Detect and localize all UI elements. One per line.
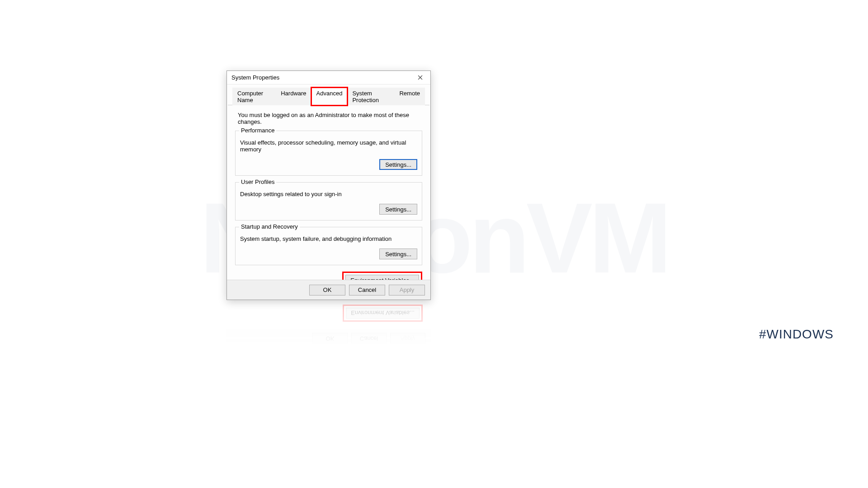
group-startup-recovery: Startup and Recovery System startup, sys… <box>235 227 422 265</box>
dialog-footer: OK Cancel Apply <box>227 280 430 300</box>
admin-notice: You must be logged on as an Administrato… <box>238 112 422 125</box>
close-button[interactable] <box>410 71 430 84</box>
tab-advanced[interactable]: Advanced <box>311 88 348 105</box>
reflection-decoration: OK Cancel Apply Environment Variables... <box>226 300 431 349</box>
tab-system-protection[interactable]: System Protection <box>347 88 394 105</box>
window-title: System Properties <box>231 74 279 81</box>
group-performance-desc: Visual effects, processor scheduling, me… <box>240 139 417 153</box>
apply-button[interactable]: Apply <box>389 285 425 296</box>
tab-strip: Computer Name Hardware Advanced System P… <box>228 84 429 105</box>
user-profiles-settings-button[interactable]: Settings... <box>379 204 417 215</box>
tab-content-advanced: You must be logged on as an Administrato… <box>227 105 430 293</box>
cancel-button[interactable]: Cancel <box>349 285 385 296</box>
group-user-profiles-legend: User Profiles <box>239 178 276 185</box>
group-performance: Performance Visual effects, processor sc… <box>235 131 422 176</box>
startup-recovery-settings-button[interactable]: Settings... <box>379 249 417 259</box>
group-performance-legend: Performance <box>239 127 276 134</box>
tab-remote[interactable]: Remote <box>394 88 425 105</box>
system-properties-dialog: System Properties Computer Name Hardware… <box>226 70 431 300</box>
group-user-profiles-desc: Desktop settings related to your sign-in <box>240 191 417 197</box>
ok-button[interactable]: OK <box>309 285 345 296</box>
group-startup-recovery-legend: Startup and Recovery <box>239 223 300 230</box>
group-user-profiles: User Profiles Desktop settings related t… <box>235 182 422 221</box>
close-icon <box>418 75 423 80</box>
performance-settings-button[interactable]: Settings... <box>379 159 417 170</box>
tab-hardware[interactable]: Hardware <box>276 88 311 105</box>
hashtag-label: #WINDOWS <box>759 327 834 342</box>
group-startup-recovery-desc: System startup, system failure, and debu… <box>240 235 417 242</box>
tab-computer-name[interactable]: Computer Name <box>232 88 276 105</box>
titlebar: System Properties <box>227 71 430 84</box>
